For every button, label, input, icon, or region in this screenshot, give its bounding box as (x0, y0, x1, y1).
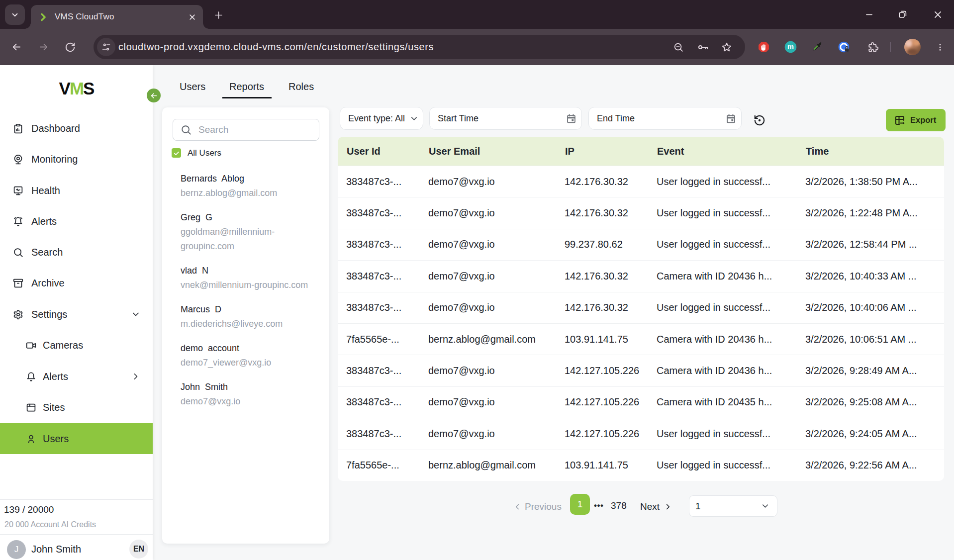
svg-text:m: m (787, 43, 794, 51)
